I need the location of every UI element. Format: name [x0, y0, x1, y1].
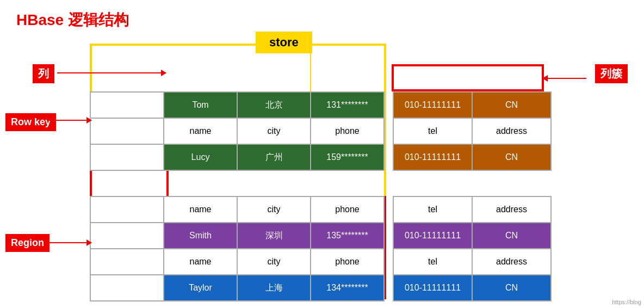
cell-rowkey-2: [90, 144, 164, 170]
cell-tel-smith: 010-11111111: [393, 223, 472, 249]
cell-region-rowkey-taylor: [90, 275, 164, 301]
cell-address-smith: CN: [472, 223, 551, 249]
table-row: name city phone: [90, 118, 384, 144]
cell-region-rowkey-h2: [90, 249, 164, 275]
cell-header-tel: tel: [393, 118, 472, 144]
cell-region-city-h1: city: [237, 196, 311, 223]
cell-city-beijing: 北京: [237, 92, 311, 118]
cell-tel-lucy: 010-11111111: [393, 144, 472, 170]
cell-tel-tom: 010-11111111: [393, 92, 472, 118]
right-region-table: tel address 010-11111111 CN tel address …: [393, 196, 552, 301]
liezu-box: [392, 64, 544, 91]
cell-region-name-h2: name: [164, 249, 237, 275]
cell-header-address: address: [472, 118, 551, 144]
table-row: Tom 北京 131********: [90, 92, 384, 118]
cell-phone-lucy: 159********: [311, 144, 384, 170]
cell-phone-smith: 135********: [311, 223, 384, 249]
rowkey-arrow: [48, 120, 91, 121]
table-row: 010-11111111 CN: [393, 144, 551, 170]
liezu-arrow: [543, 78, 586, 79]
cell-name-smith: Smith: [164, 223, 237, 249]
cell-region-rowkey-h1: [90, 196, 164, 223]
table-row: tel address: [393, 249, 551, 275]
table-row: name city phone: [90, 196, 384, 223]
rowkey-label: Row key: [5, 113, 56, 131]
cell-region-header-tel-1: tel: [393, 196, 472, 223]
region-arrow: [48, 242, 91, 243]
cell-city-guangzhou: 广州: [237, 144, 311, 170]
cell-header-city: city: [237, 118, 311, 144]
table-row: 010-11111111 CN: [393, 275, 551, 301]
table-row: 010-11111111 CN: [393, 223, 551, 249]
cell-address-tom: CN: [472, 92, 551, 118]
cell-phone-tom: 131********: [311, 92, 384, 118]
cell-city-shenzhen: 深圳: [237, 223, 311, 249]
cell-tel-taylor: 010-11111111: [393, 275, 472, 301]
table-row: tel address: [393, 118, 551, 144]
cell-name-tom: Tom: [164, 92, 237, 118]
cell-address-taylor: CN: [472, 275, 551, 301]
liezu-label: 列簇: [595, 64, 628, 83]
cell-region-phone-h1: phone: [311, 196, 384, 223]
cell-phone-taylor: 134********: [311, 275, 384, 301]
cell-name-taylor: Taylor: [164, 275, 237, 301]
table-row: tel address: [393, 196, 551, 223]
cell-region-header-address-2: address: [472, 249, 551, 275]
table-row: Taylor 上海 134********: [90, 275, 384, 301]
lie-arrow: [57, 72, 166, 73]
cell-region-rowkey-smith: [90, 223, 164, 249]
store-label: store: [256, 32, 312, 53]
cell-region-phone-h2: phone: [311, 249, 384, 275]
page-title: HBase 逻辑结构: [16, 10, 129, 30]
table-row: Smith 深圳 135********: [90, 223, 384, 249]
cell-region-city-h2: city: [237, 249, 311, 275]
cell-header-phone: phone: [311, 118, 384, 144]
cell-region-name-h1: name: [164, 196, 237, 223]
table-row: 010-11111111 CN: [393, 92, 551, 118]
cell-address-lucy: CN: [472, 144, 551, 170]
main-table: Tom 北京 131******** name city phone Lucy …: [90, 91, 385, 171]
watermark: https://blog: [612, 299, 641, 305]
cell-region-header-address-1: address: [472, 196, 551, 223]
cell-city-shanghai: 上海: [237, 275, 311, 301]
region-label: Region: [5, 234, 49, 252]
cell-name-lucy: Lucy: [164, 144, 237, 170]
region-table: name city phone Smith 深圳 135******** nam…: [90, 196, 385, 301]
cell-header-name: name: [164, 118, 237, 144]
cell-rowkey-1: [90, 92, 164, 118]
right-table: 010-11111111 CN tel address 010-11111111…: [393, 91, 552, 171]
table-row: name city phone: [90, 249, 384, 275]
table-row: Lucy 广州 159********: [90, 144, 384, 170]
cell-rowkey-header: [90, 118, 164, 144]
lie-label: 列: [33, 64, 54, 83]
cell-region-header-tel-2: tel: [393, 249, 472, 275]
